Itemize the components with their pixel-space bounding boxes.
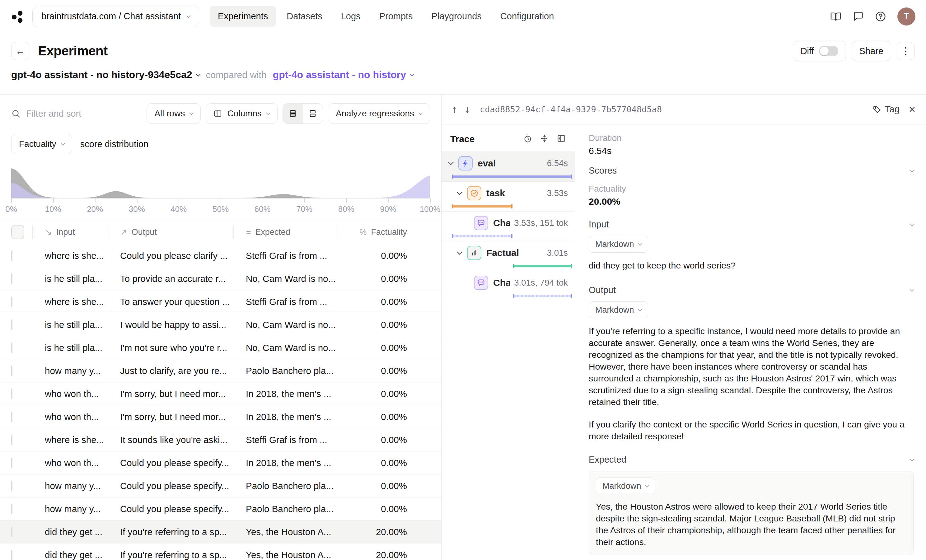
feedback-icon[interactable] [853,11,864,22]
select-all-checkbox[interactable] [11,225,24,239]
percent-icon: % [359,227,366,237]
column-header-factuality[interactable]: %Factuality [337,225,418,239]
trace-span-eval[interactable]: eval6.54s [442,151,575,182]
collapse-spans-icon[interactable] [540,134,549,144]
tag-icon [873,105,881,114]
braintrust-logo-icon[interactable] [11,9,25,24]
user-avatar[interactable]: T [897,8,915,26]
diff-toggle[interactable]: Diff [793,41,846,61]
tall-rows-button[interactable] [303,104,323,124]
more-menu-button[interactable]: ⋮ [897,42,915,60]
tab-configuration[interactable]: Configuration [492,6,562,27]
table-row[interactable]: who won th...I'm sorry, but I need mor..… [0,406,441,428]
columns-dropdown[interactable]: Columns [206,103,277,124]
chevron-down-icon[interactable] [457,250,462,255]
tab-experiments[interactable]: Experiments [210,6,276,27]
x-axis-tick [137,198,138,203]
row-checkbox[interactable] [11,550,12,560]
experiment-name-dropdown[interactable]: gpt-4o assistant - no history-934e5ca2 [11,69,200,80]
tag-button[interactable]: Tag [873,104,900,115]
row-checkbox[interactable] [11,319,12,330]
chevron-down-icon[interactable] [448,160,454,165]
comparison-experiment-dropdown[interactable]: gpt-4o assistant - no history [273,69,413,80]
factuality-cell: 0.00% [337,274,418,284]
column-header-input[interactable]: ↘Input [32,225,107,239]
input-section-header[interactable]: Input [589,219,914,230]
output-section-header[interactable]: Output [589,285,914,295]
trace-id: cdad8852-94cf-4f4a-9329-7b577048d5a8 [480,104,662,114]
table-row[interactable]: is he still pla...I would be happy to as… [0,313,441,336]
factuality-cell: 0.00% [337,319,418,330]
table-row[interactable]: where is she...Could you please clarify … [0,244,441,267]
close-icon[interactable]: × [909,104,915,115]
expected-section-header[interactable]: Expected [589,454,914,465]
column-header-output[interactable]: ↗Output [107,225,233,239]
scores-section-header[interactable]: Scores [589,165,914,176]
timer-icon[interactable] [523,134,533,144]
input-format-dropdown[interactable]: Markdown [589,236,648,253]
metric-dropdown[interactable]: Factuality [11,134,72,154]
trace-span-chat-[interactable]: Chat ...3.53s, 151 tok [442,211,575,241]
table-row[interactable]: how many y...Just to clarify, are you re… [0,359,441,382]
span-label: eval [478,158,496,169]
diff-switch[interactable] [819,46,838,56]
expected-format-dropdown[interactable]: Markdown [596,478,655,494]
row-checkbox[interactable] [11,342,12,353]
chat-span-icon [474,216,488,230]
row-checkbox[interactable] [11,366,12,376]
row-checkbox[interactable] [11,434,12,445]
table-row[interactable]: where is she...It sounds like you're ask… [0,428,441,451]
back-button[interactable]: ← [11,42,29,60]
column-header-expected[interactable]: =Expected [233,225,337,239]
chevron-down-icon [186,14,191,18]
tab-logs[interactable]: Logs [333,6,369,27]
tab-prompts[interactable]: Prompts [371,6,421,27]
table-row[interactable]: how many y...Could you please specify...… [0,474,441,498]
next-row-button[interactable]: ↓ [465,104,470,115]
row-checkbox[interactable] [11,481,12,491]
table-row[interactable]: is he still pla...I'm not sure who you'r… [0,336,441,359]
project-breadcrumb-dropdown[interactable]: braintrustdata.com / Chat assistant [32,6,199,27]
row-checkbox[interactable] [11,504,12,514]
chevron-down-icon [910,457,914,461]
filter-and-sort-input[interactable]: Filter and sort [11,109,142,119]
tab-playgrounds[interactable]: Playgrounds [424,6,490,27]
row-checkbox[interactable] [11,250,12,261]
table-row[interactable]: who won th...I'm sorry, but I need mor..… [0,382,441,406]
chevron-down-icon [910,168,914,172]
table-row[interactable]: did they get ...If you're referring to a… [0,543,441,560]
table-row[interactable]: who won th...Could you please specify...… [0,451,441,474]
row-checkbox[interactable] [11,458,12,468]
row-checkbox[interactable] [11,412,12,422]
compact-rows-button[interactable] [283,104,303,124]
prev-row-button[interactable]: ↑ [452,104,457,115]
output-cell: I'm not sure who you're r... [107,342,233,353]
row-checkbox[interactable] [11,274,12,284]
trace-span-factual[interactable]: Factual3.01s [442,241,575,271]
trace-span-chat-[interactable]: Chat ...3.01s, 794 tok [442,271,575,301]
docs-icon[interactable] [830,11,841,22]
output-format-dropdown[interactable]: Markdown [589,301,648,318]
table-row[interactable]: where is she...To answer your question .… [0,290,441,313]
factuality-cell: 0.00% [337,434,418,445]
all-rows-dropdown[interactable]: All rows [147,103,201,124]
help-icon[interactable] [875,11,886,22]
input-cell: is he still pla... [32,319,107,330]
analyze-regressions-dropdown[interactable]: Analyze regressions [328,103,430,124]
tab-datasets[interactable]: Datasets [278,6,330,27]
chevron-down-icon[interactable] [457,190,462,195]
x-axis-tick-label: 0% [5,204,17,214]
row-checkbox[interactable] [11,389,12,399]
panel-left-icon[interactable] [557,134,566,144]
share-button[interactable]: Share [852,41,891,61]
table-row[interactable]: how many y...Could you please specify...… [0,498,441,521]
row-checkbox[interactable] [11,297,12,307]
table-row[interactable]: is he still pla...To provide an accurate… [0,267,441,290]
chevron-down-icon [910,287,914,292]
output-cell: Could you please specify... [107,458,233,468]
table-row[interactable]: did they get ...If you're referring to a… [0,521,441,543]
factuality-score-value: 20.00% [589,196,914,207]
diff-label: Diff [800,46,814,56]
row-checkbox[interactable] [11,527,12,537]
trace-span-task[interactable]: task3.53s [442,182,575,212]
